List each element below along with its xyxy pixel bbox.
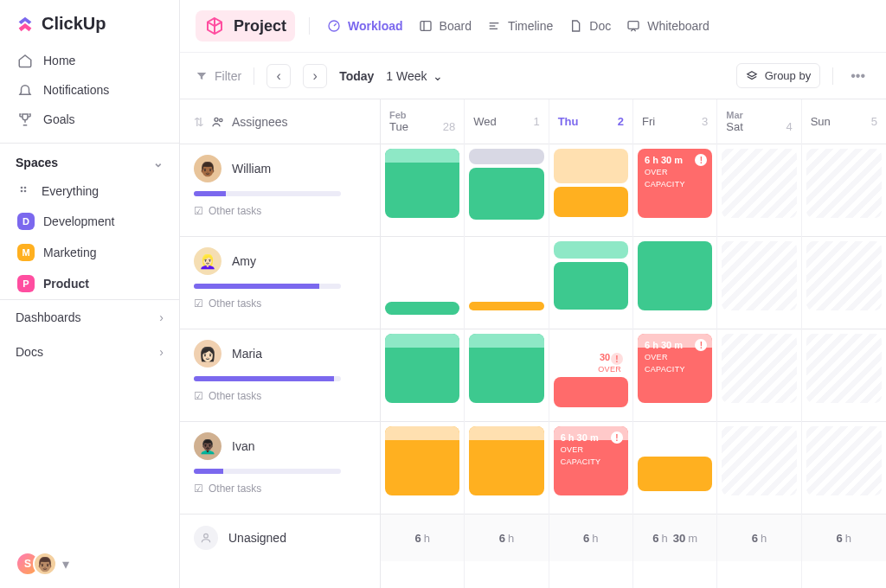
user-avatar-stack[interactable]: S 👨🏽 xyxy=(16,552,57,576)
tab-board[interactable]: Board xyxy=(419,19,472,33)
nav-goals-label: Goals xyxy=(43,112,75,126)
workload-cell[interactable]: 6 h 30 mOVER CAPACITY ! xyxy=(633,329,716,422)
workload-cell[interactable] xyxy=(802,144,886,237)
avatar-secondary: 👨🏽 xyxy=(33,552,57,576)
unassigned-row[interactable]: Unasigned xyxy=(180,514,380,561)
sidebar: ClickUp Home Notifications Goals Spaces … xyxy=(0,0,180,588)
docs-section[interactable]: Docs › xyxy=(0,335,179,369)
svg-point-11 xyxy=(215,118,218,121)
other-tasks-link[interactable]: ☑Other tasks xyxy=(194,483,366,495)
assignee-row-maria[interactable]: 👩🏻 Maria ☑Other tasks xyxy=(180,329,380,422)
workload-grid: ⇅ Assignees 👨🏾 William ☑Other tasks xyxy=(180,99,886,588)
day-footer: 6h xyxy=(717,514,800,561)
workload-cell[interactable] xyxy=(717,144,800,237)
dashboards-section[interactable]: Dashboards › xyxy=(0,299,179,335)
funnel-icon xyxy=(196,70,208,82)
workload-cell[interactable] xyxy=(465,422,548,514)
sidebar-item-development[interactable]: D Development xyxy=(0,206,179,237)
progress-bar xyxy=(194,376,341,381)
day-column-sat: Mar Sat4 6h xyxy=(717,99,801,588)
day-header-today: Thu2 xyxy=(549,99,632,144)
day-footer: 6h xyxy=(381,514,464,561)
workload-cell[interactable]: 6 h 30 mOVER CAPACITY ! xyxy=(549,422,632,514)
workload-cell[interactable] xyxy=(717,422,800,514)
assignees-label: Assignees xyxy=(232,115,288,129)
avatar: 👩🏻 xyxy=(194,340,222,368)
assignee-row-ivan[interactable]: 👨🏿‍🦱 Ivan ☑Other tasks xyxy=(180,422,380,514)
workload-cell[interactable] xyxy=(802,329,886,422)
other-tasks-link[interactable]: ☑Other tasks xyxy=(194,297,366,310)
workload-cell[interactable] xyxy=(465,329,548,422)
nav-home[interactable]: Home xyxy=(0,46,179,75)
range-selector[interactable]: 1 Week⌄ xyxy=(386,69,442,83)
group-by-button[interactable]: Group by xyxy=(736,63,820,88)
workload-cell[interactable] xyxy=(381,422,464,514)
tab-workload[interactable]: Workload xyxy=(327,19,403,33)
workload-cell[interactable] xyxy=(381,237,464,329)
workload-cell[interactable] xyxy=(549,144,632,237)
spaces-header[interactable]: Spaces ⌄ xyxy=(0,144,179,176)
day-footer: 6h xyxy=(802,514,886,561)
day-column-fri: Fri3 6 h 30 mOVER CAPACITY ! 6 h 30 mOVE… xyxy=(633,99,717,588)
workload-cell[interactable]: 30 mOVER CAPACITY ! xyxy=(549,329,632,422)
other-tasks-link[interactable]: ☑Other tasks xyxy=(194,390,366,402)
workload-cell[interactable] xyxy=(465,144,548,237)
more-button[interactable]: ••• xyxy=(845,65,870,87)
timeline-icon xyxy=(487,19,501,33)
docs-label: Docs xyxy=(16,345,43,359)
tab-board-label: Board xyxy=(440,19,472,33)
workload-cell[interactable] xyxy=(717,237,800,329)
space-label-marketing: Marketing xyxy=(43,246,96,259)
workload-cell[interactable] xyxy=(549,237,632,329)
trophy-icon xyxy=(17,112,33,127)
workload-cell[interactable] xyxy=(381,329,464,422)
project-title: Project xyxy=(234,17,286,35)
sidebar-item-product[interactable]: P Product xyxy=(0,268,179,299)
svg-rect-5 xyxy=(421,22,431,31)
filter-button[interactable]: Filter xyxy=(196,69,241,83)
workload-cell[interactable] xyxy=(802,237,886,329)
gauge-icon xyxy=(327,19,341,33)
nav-goals[interactable]: Goals xyxy=(0,105,179,134)
workload-cell[interactable] xyxy=(717,329,800,422)
workload-cell[interactable]: 6 h 30 mOVER CAPACITY ! xyxy=(633,144,716,237)
progress-bar xyxy=(194,191,341,196)
spaces-label: Spaces xyxy=(16,156,58,169)
workload-cell[interactable] xyxy=(633,422,716,514)
brand-logo[interactable]: ClickUp xyxy=(0,0,179,41)
prev-button[interactable]: ‹ xyxy=(266,64,291,88)
svg-point-1 xyxy=(24,187,27,189)
filter-label: Filter xyxy=(215,69,241,83)
primary-nav: Home Notifications Goals xyxy=(0,41,179,143)
next-button[interactable]: › xyxy=(303,64,327,88)
main-content: Project Workload Board Timeline xyxy=(180,0,886,588)
project-pill[interactable]: Project xyxy=(196,10,295,42)
nav-notifications[interactable]: Notifications xyxy=(0,75,179,105)
day-footer: 6h xyxy=(549,514,632,561)
svg-point-13 xyxy=(204,534,209,538)
assignee-row-william[interactable]: 👨🏾 William ☑Other tasks xyxy=(180,144,380,237)
day-columns: Feb Tue28 6h Wed1 xyxy=(381,99,886,588)
today-button[interactable]: Today xyxy=(339,69,374,83)
space-label-development: Development xyxy=(43,214,115,228)
day-column-tue: Feb Tue28 6h xyxy=(381,99,465,588)
svg-point-3 xyxy=(24,190,27,193)
sidebar-item-everything[interactable]: Everything xyxy=(0,176,179,206)
grid-icon xyxy=(17,183,33,199)
assignee-name: Amy xyxy=(232,254,256,268)
workload-cell[interactable] xyxy=(465,237,548,329)
tab-whiteboard[interactable]: Whiteboard xyxy=(626,19,709,33)
layers-icon xyxy=(746,70,758,82)
tab-doc[interactable]: Doc xyxy=(568,19,611,33)
other-tasks-link[interactable]: ☑Other tasks xyxy=(194,205,366,217)
brand-name: ClickUp xyxy=(42,14,106,34)
workload-cell[interactable] xyxy=(633,237,716,329)
day-header: Mar Sat4 xyxy=(717,99,800,144)
assignee-row-amy[interactable]: 👱🏻‍♀️ Amy ☑Other tasks xyxy=(180,237,380,329)
assignees-header[interactable]: ⇅ Assignees xyxy=(180,99,380,144)
workload-cell[interactable] xyxy=(381,144,464,237)
day-footer: 6h xyxy=(465,514,548,561)
workload-cell[interactable] xyxy=(802,422,886,514)
tab-timeline[interactable]: Timeline xyxy=(487,19,553,33)
sidebar-item-marketing[interactable]: M Marketing xyxy=(0,237,179,268)
